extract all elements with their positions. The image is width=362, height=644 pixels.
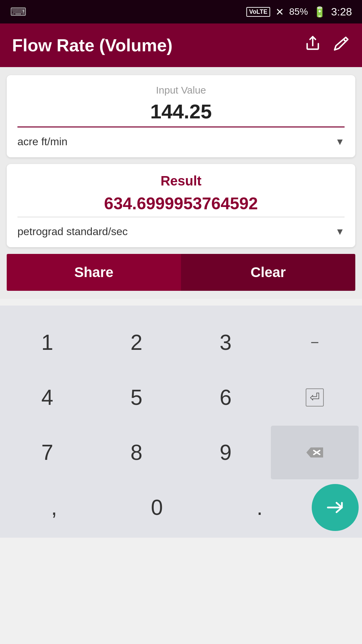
key-7[interactable]: 7: [3, 426, 91, 479]
keyboard-row-2: 4 5 6 ⏎: [3, 371, 359, 424]
input-unit-selector[interactable]: acre ft/min ▼: [17, 133, 345, 151]
input-card: Input Value 144.25 acre ft/min ▼: [7, 75, 355, 157]
key-tab[interactable]: ⏎: [271, 371, 359, 424]
key-8[interactable]: 8: [93, 426, 180, 479]
share-button[interactable]: Share: [7, 254, 181, 291]
result-unit-selector[interactable]: petrograd standard/sec ▼: [17, 223, 345, 240]
battery-icon: 🔋: [313, 6, 326, 18]
key-comma[interactable]: ,: [3, 481, 105, 534]
tab-icon: ⏎: [306, 388, 324, 407]
enter-arrow-icon: [325, 500, 345, 515]
keyboard-row-4: , 0 .: [3, 481, 359, 534]
key-5[interactable]: 5: [93, 371, 180, 424]
share-icon[interactable]: [304, 35, 321, 56]
key-4[interactable]: 4: [3, 371, 91, 424]
clear-button[interactable]: Clear: [181, 254, 355, 291]
svg-marker-2: [306, 447, 323, 458]
key-0[interactable]: 0: [106, 481, 208, 534]
time-display: 3:28: [331, 6, 352, 18]
result-unit-label: petrograd standard/sec: [17, 225, 128, 238]
clear-brush-icon[interactable]: [333, 35, 350, 56]
input-dropdown-arrow: ▼: [335, 137, 345, 147]
key-2[interactable]: 2: [93, 316, 180, 369]
status-icons: VoLTE ✕ 85% 🔋 3:28: [246, 6, 352, 18]
keyboard-row-1: 1 2 3 −: [3, 316, 359, 369]
input-unit-label: acre ft/min: [17, 136, 67, 148]
result-label: Result: [17, 173, 345, 189]
result-dropdown-arrow: ▼: [335, 226, 345, 237]
key-minus[interactable]: −: [271, 316, 359, 369]
keyboard-row-3: 7 8 9: [3, 426, 359, 479]
app-bar: Flow Rate (Volume): [0, 23, 362, 67]
app-bar-icons: [304, 35, 350, 56]
backspace-icon: [305, 446, 325, 459]
svg-line-1: [344, 39, 346, 41]
result-card: Result 634.6999953764592 petrograd stand…: [7, 164, 355, 247]
result-value: 634.6999953764592: [17, 194, 345, 217]
volte-badge: VoLTE: [246, 7, 270, 17]
action-buttons: Share Clear: [7, 254, 355, 291]
key-1[interactable]: 1: [3, 316, 91, 369]
app-title: Flow Rate (Volume): [12, 35, 304, 55]
keyboard-icon-status: ⌨: [10, 5, 26, 18]
main-content: Input Value 144.25 acre ft/min ▼ Result …: [0, 67, 362, 299]
signal-icon: ✕: [276, 6, 284, 18]
key-backspace[interactable]: [271, 426, 359, 479]
key-3[interactable]: 3: [182, 316, 269, 369]
key-9[interactable]: 9: [182, 426, 269, 479]
key-dot[interactable]: .: [209, 481, 310, 534]
key-enter[interactable]: [312, 484, 359, 531]
input-value[interactable]: 144.25: [17, 100, 345, 127]
battery-text: 85%: [289, 6, 308, 17]
keyboard: 1 2 3 − 4 5 6 ⏎ 7 8 9 , 0 .: [0, 306, 362, 538]
key-6[interactable]: 6: [182, 371, 269, 424]
input-label: Input Value: [17, 85, 345, 96]
status-bar: ⌨ VoLTE ✕ 85% 🔋 3:28: [0, 0, 362, 23]
